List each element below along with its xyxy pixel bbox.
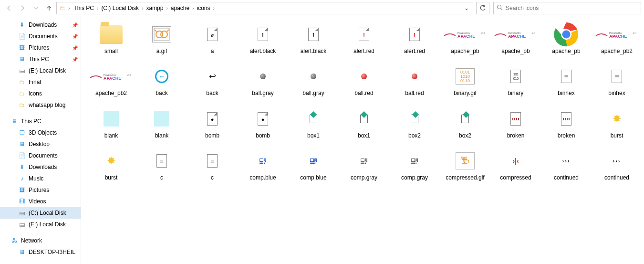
file-label: comp.blue	[249, 174, 276, 181]
file-item[interactable]: ≡≡binhex	[592, 65, 642, 96]
file-item[interactable]: !alert.black	[288, 23, 339, 54]
nav-item[interactable]: 📄Documents	[0, 150, 81, 161]
nav-item[interactable]: 🖥Desktop	[0, 138, 81, 150]
file-item[interactable]: broken	[541, 107, 592, 139]
file-icon	[207, 154, 218, 168]
file-item[interactable]: aa	[187, 23, 238, 54]
file-view[interactable]: smalla.gifaa!alert.black!alert.black!ale…	[81, 16, 644, 264]
file-item[interactable]: ball.gray	[288, 65, 339, 96]
file-label: burst	[105, 174, 118, 181]
file-item[interactable]: box2	[389, 107, 440, 139]
file-item[interactable]: c	[136, 149, 187, 181]
folder-icon: 🗀	[59, 4, 66, 12]
file-item[interactable]: !alert.red	[339, 23, 389, 54]
file-item[interactable]: ✸burst	[86, 149, 136, 181]
file-item[interactable]: 🖳comp.gray	[389, 149, 440, 181]
breadcrumb-segment[interactable]: icons	[195, 4, 212, 12]
file-item[interactable]: ball.red	[389, 65, 440, 96]
nav-item[interactable]: 🎞Videos	[0, 196, 81, 207]
address-bar[interactable]: 🗀 › This PC›(C:) Local Disk›xampp›apache…	[56, 2, 473, 14]
nav-item[interactable]: 🖥DESKTOP-I3HEIL	[0, 246, 81, 258]
chevron-down-icon[interactable]: ⌄	[462, 5, 471, 11]
nav-item[interactable]: 🗀icons	[0, 88, 81, 99]
nav-item-network[interactable]: 🖧Network	[0, 235, 81, 246]
breadcrumb-segment[interactable]: (C:) Local Disk	[99, 4, 141, 12]
file-item[interactable]: ball.red	[339, 65, 389, 96]
chevron-icon[interactable]: ›	[191, 6, 195, 11]
nav-item[interactable]: 🗀Final	[0, 76, 81, 88]
nav-item[interactable]: 🗀whatsapp blog	[0, 99, 81, 111]
file-item[interactable]: !alert.black	[238, 23, 288, 54]
up-button[interactable]	[43, 2, 55, 14]
search-box[interactable]	[493, 2, 641, 14]
recent-dropdown[interactable]	[30, 2, 42, 14]
file-item[interactable]: apache_pb	[541, 23, 592, 54]
nav-label: (E:) Local Disk	[29, 67, 66, 74]
file-item[interactable]: ›››continued	[541, 149, 592, 181]
file-item[interactable]: !alert.red	[389, 23, 440, 54]
nav-item-thispc[interactable]: 🖥This PC	[0, 116, 81, 127]
file-icon: a	[207, 28, 218, 41]
burst-icon: ✸	[613, 113, 621, 125]
file-label: a	[211, 48, 214, 54]
nav-item[interactable]: ♪Music	[0, 173, 81, 184]
nav-item[interactable]: 🖼Pictures📌	[0, 42, 81, 53]
forward-button[interactable]	[16, 2, 29, 14]
search-input[interactable]	[506, 5, 638, 11]
file-item[interactable]: ≡≡binhex	[541, 65, 592, 96]
file-item[interactable]: Powered by APACHE 2.4 apache_pb2	[592, 23, 642, 54]
folder-icon	[100, 25, 123, 44]
breadcrumb-segment[interactable]: xampp	[144, 4, 165, 12]
nav-item[interactable]: 🖥This PC📌	[0, 53, 81, 65]
chevron-icon[interactable]: ›	[96, 6, 99, 11]
file-label: ball.gray	[252, 90, 273, 96]
nav-item[interactable]: 🖴(C:) Local Disk	[0, 207, 81, 219]
file-label: back	[206, 90, 218, 96]
file-item[interactable]: Powered by APACHE 2.4 apache_pb	[490, 23, 541, 54]
file-item[interactable]: 🖳comp.blue	[288, 149, 339, 181]
file-item[interactable]: ›|‹compressed	[490, 149, 541, 181]
file-item[interactable]: bomb	[238, 107, 288, 139]
svg-text:2.4: 2.4	[633, 32, 636, 34]
file-item[interactable]: ←back	[136, 65, 187, 96]
file-item[interactable]: ›››continued	[592, 149, 642, 181]
file-item[interactable]: 010110100110binary.gif	[440, 65, 490, 96]
file-item[interactable]: ↩back	[187, 65, 238, 96]
file-item[interactable]: box2	[440, 107, 490, 139]
chevron-icon[interactable]: ›	[212, 6, 216, 11]
breadcrumb-segment[interactable]: apache	[169, 4, 191, 12]
breadcrumb-segment[interactable]: This PC	[72, 4, 96, 12]
file-item[interactable]: Powered by APACHE 2.4 apache_pb2	[86, 65, 136, 96]
file-item[interactable]: ✸burst	[592, 107, 642, 139]
nav-item[interactable]: ⬇Downloads	[0, 161, 81, 173]
chevron-icon[interactable]: ›	[141, 6, 144, 11]
back-button[interactable]	[3, 2, 15, 14]
nav-item[interactable]: 🖴(E:) Local Disk	[0, 219, 81, 230]
computer-icon: 🖳	[259, 156, 267, 166]
ball-icon	[361, 74, 367, 79]
nav-item[interactable]: ⬇Downloads📌	[0, 19, 81, 31]
file-item[interactable]: blank	[86, 107, 136, 139]
file-item[interactable]: 🗜compressed.gif	[440, 149, 490, 181]
file-item[interactable]: c	[187, 149, 238, 181]
file-item[interactable]: broken	[490, 107, 541, 139]
refresh-button[interactable]	[476, 2, 489, 14]
file-item[interactable]: box1	[339, 107, 389, 139]
file-item[interactable]: bomb	[187, 107, 238, 139]
nav-item[interactable]: ❒3D Objects	[0, 127, 81, 138]
nav-item[interactable]: 📄Documents📌	[0, 31, 81, 42]
file-item[interactable]: 🖳comp.gray	[339, 149, 389, 181]
file-item[interactable]: blank	[136, 107, 187, 139]
file-item[interactable]: 101010binary	[490, 65, 541, 96]
file-item[interactable]: 🖳comp.blue	[238, 149, 288, 181]
nav-item[interactable]: 🖼Pictures	[0, 184, 81, 196]
file-icon	[156, 154, 167, 168]
file-item[interactable]: small	[86, 23, 136, 54]
svg-point-13	[562, 31, 571, 39]
nav-item[interactable]: 🖴(E:) Local Disk	[0, 65, 81, 76]
file-item[interactable]: a.gif	[136, 23, 187, 54]
chevron-icon[interactable]: ›	[165, 6, 168, 11]
file-item[interactable]: box1	[288, 107, 339, 139]
file-item[interactable]: ball.gray	[238, 65, 288, 96]
file-item[interactable]: Powered by APACHE 2.4 apache_pb	[440, 23, 490, 54]
